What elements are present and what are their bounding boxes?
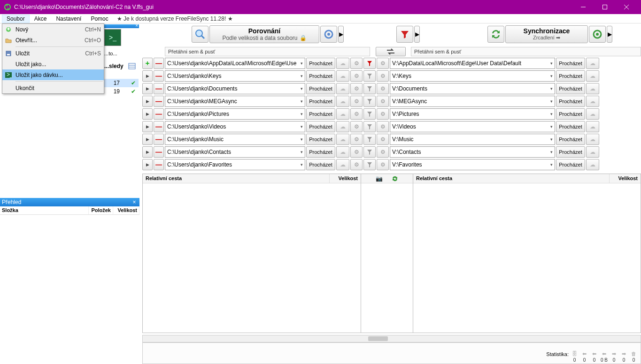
browse-right-button[interactable]: Procházet [556,121,585,132]
browse-left-button[interactable]: Procházet [306,121,335,132]
cloud-right-button[interactable]: ☁ [586,58,599,69]
expand-arrow[interactable]: ▶ [142,159,153,170]
batch-config-icon[interactable]: >_ [104,29,121,46]
browse-right-button[interactable]: Procházet [556,108,585,120]
right-path-input[interactable]: V:\Music▾ [390,134,555,145]
sync-icon-button[interactable] [487,26,504,43]
pair-compare-settings[interactable]: ⚙ [350,121,363,132]
cloud-left-button[interactable]: ☁ [336,70,349,82]
sync-dropdown-arrow[interactable]: ▶ [607,26,612,43]
pair-compare-settings[interactable]: ⚙ [350,83,363,94]
browse-right-button[interactable]: Procházet [556,159,585,170]
pair-sync-settings[interactable]: ⚙ [377,134,389,145]
drag-hint-left[interactable]: Přetáhni sem & pusť [165,47,370,56]
browse-left-button[interactable]: Procházet [306,108,335,120]
pair-compare-settings[interactable]: ⚙ [350,146,363,158]
cloud-left-button[interactable]: ☁ [336,108,349,120]
cloud-left-button[interactable]: ☁ [336,58,349,69]
compare-icon-button[interactable] [192,26,209,43]
filter-dropdown-arrow[interactable]: ▶ [414,26,420,43]
compare-button[interactable]: Porovnání Podle velikosti a data souboru… [209,25,319,43]
cloud-left-button[interactable]: ☁ [336,121,349,132]
left-grid-body[interactable] [143,183,361,333]
config-row-selected[interactable]: 17 ✔ [103,79,139,87]
dropdown-arrow-icon[interactable]: ▾ [301,112,303,116]
cloud-left-button[interactable]: ☁ [336,96,349,107]
menu-help[interactable]: Pomoc [86,15,113,23]
cloud-right-button[interactable]: ☁ [586,134,599,145]
sync-settings-button[interactable] [589,26,606,43]
close-button[interactable] [616,0,637,14]
cloud-left-button[interactable]: ☁ [336,134,349,145]
pair-sync-settings[interactable]: ⚙ [377,70,389,82]
left-path-input[interactable]: C:\Users\djanko\Keys▾ [165,70,305,82]
menu-save[interactable]: Uložit Ctrl+S [2,48,104,59]
close-icon[interactable]: × [131,199,138,205]
browse-right-button[interactable]: Procházet [556,83,585,94]
right-path-input[interactable]: V:\Keys▾ [390,70,555,82]
cloud-right-button[interactable]: ☁ [586,70,599,82]
pair-sync-settings[interactable]: ⚙ [377,146,389,158]
right-path-input[interactable]: V:\Videos▾ [390,121,555,132]
expand-arrow[interactable]: ▶ [142,96,153,107]
expand-arrow[interactable]: ▶ [142,146,153,158]
menu-file[interactable]: Soubor [2,15,30,23]
pair-compare-settings[interactable]: ⚙ [350,159,363,170]
browse-right-button[interactable]: Procházet [556,146,585,158]
add-pair-button[interactable]: ＋ [142,58,153,69]
pair-filter-button[interactable] [363,108,376,120]
dropdown-arrow-icon[interactable]: ▾ [301,162,303,167]
col-size[interactable]: Velikost [113,206,139,214]
horizontal-scrollbar[interactable] [142,335,641,342]
right-grid-body[interactable] [413,183,641,333]
menu-quit[interactable]: Ukončit [2,83,104,93]
sync-preview-icon[interactable] [391,175,399,182]
left-path-input[interactable]: C:\Users\djanko\Videos▾ [165,121,305,132]
browse-right-button[interactable]: Procházet [556,58,585,69]
cloud-right-button[interactable]: ☁ [586,96,599,107]
dropdown-arrow-icon[interactable]: ▾ [550,61,553,66]
browse-left-button[interactable]: Procházet [306,70,335,82]
cloud-right-button[interactable]: ☁ [586,108,599,120]
pair-sync-settings[interactable]: ⚙ [377,159,389,170]
pair-sync-settings[interactable]: ⚙ [377,96,389,107]
browse-left-button[interactable]: Procházet [306,83,335,94]
menu-new[interactable]: ✦ Nový Ctrl+N [2,24,104,35]
left-path-input[interactable]: C:\Users\djanko\Favorites▾ [165,159,305,170]
menu-save-batch[interactable]: >_ Uložit jako dávku... [2,69,104,80]
swap-sides-button[interactable] [376,47,406,56]
list-view-icon[interactable] [128,63,136,69]
cloud-right-button[interactable]: ☁ [586,159,599,170]
remove-pair-button[interactable]: — [154,108,164,120]
dropdown-arrow-icon[interactable]: ▾ [550,86,553,91]
left-path-input[interactable]: C:\Users\djanko\MEGAsync▾ [165,96,305,107]
expand-arrow[interactable]: ▶ [142,121,153,132]
remove-pair-button[interactable]: — [154,83,164,94]
browse-right-button[interactable]: Procházet [556,96,585,107]
dropdown-arrow-icon[interactable]: ▾ [301,137,303,142]
browse-right-button[interactable]: Procházet [556,70,585,82]
compare-dropdown-arrow[interactable]: ▶ [338,26,344,43]
menu-save-as[interactable]: Uložit jako... [2,59,104,69]
compare-settings-button[interactable] [320,26,337,43]
cloud-right-button[interactable]: ☁ [586,83,599,94]
filter-button[interactable] [396,26,413,43]
sync-button[interactable]: Synchronizace Zrcadlení ➡ [505,25,588,43]
dropdown-arrow-icon[interactable]: ▾ [550,99,553,104]
remove-pair-button[interactable]: — [154,134,164,145]
remove-pair-button[interactable]: — [154,96,164,107]
expand-arrow[interactable]: ▶ [142,108,153,120]
remove-pair-button[interactable]: — [154,121,164,132]
cloud-left-button[interactable]: ☁ [336,83,349,94]
dropdown-arrow-icon[interactable]: ▾ [550,112,553,116]
pair-filter-button[interactable] [363,146,376,158]
right-path-input[interactable]: V:\AppData\Local\Microsoft\Edge\User Dat… [390,58,555,69]
dropdown-arrow-icon[interactable]: ▾ [550,150,553,154]
drag-hint-right[interactable]: Přetáhni sem & pusť [411,47,641,56]
remove-pair-button[interactable]: — [154,146,164,158]
cloud-left-button[interactable]: ☁ [336,159,349,170]
middle-grid-body[interactable] [361,183,413,333]
dropdown-arrow-icon[interactable]: ▾ [550,137,553,142]
scroll-thumb[interactable] [368,336,388,341]
col-relative-path[interactable]: Relativní cesta [413,174,610,183]
